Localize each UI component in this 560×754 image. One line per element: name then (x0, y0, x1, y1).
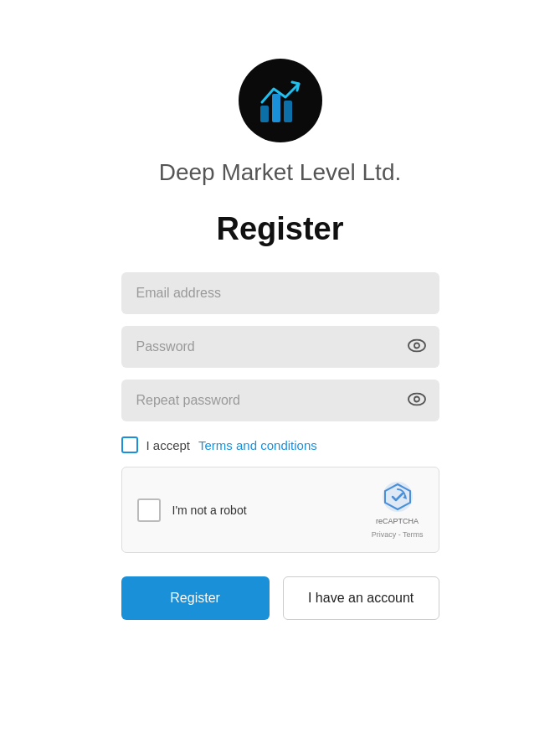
terms-link[interactable]: Terms and conditions (198, 438, 317, 452)
svg-rect-0 (260, 106, 269, 122)
company-logo (239, 59, 322, 142)
have-account-button[interactable]: I have an account (283, 576, 439, 620)
repeat-password-field-wrapper (121, 380, 439, 421)
recaptcha-widget[interactable]: I'm not a robot reCAPTCHA Privacy - Term… (121, 467, 439, 553)
recaptcha-label: I'm not a robot (172, 504, 247, 517)
svg-point-6 (414, 397, 419, 402)
recaptcha-links-label: Privacy - Terms (372, 530, 424, 539)
recaptcha-checkbox[interactable] (137, 498, 161, 522)
password-input[interactable] (121, 326, 439, 368)
page-container: Deep Market Level Ltd. Register (0, 0, 560, 754)
password-toggle-icon[interactable] (408, 338, 426, 357)
svg-point-3 (408, 340, 425, 352)
recaptcha-branding: reCAPTCHA Privacy - Terms (372, 481, 424, 539)
buttons-row: Register I have an account (121, 576, 439, 620)
company-name: Deep Market Level Ltd. (159, 158, 402, 188)
password-field-wrapper (121, 326, 439, 368)
terms-prefix-label: I accept (146, 438, 191, 452)
repeat-password-input[interactable] (121, 380, 439, 421)
svg-rect-2 (284, 101, 292, 122)
recaptcha-brand-label: reCAPTCHA (376, 516, 419, 527)
recaptcha-left: I'm not a robot (137, 498, 247, 522)
svg-point-5 (408, 394, 425, 405)
email-input[interactable] (121, 272, 439, 314)
register-form: I accept Terms and conditions I'm not a … (121, 272, 439, 620)
repeat-password-toggle-icon[interactable] (408, 391, 426, 411)
svg-point-4 (414, 343, 419, 349)
terms-row: I accept Terms and conditions (121, 436, 439, 453)
terms-checkbox[interactable] (121, 436, 138, 453)
svg-rect-1 (272, 94, 280, 122)
page-title: Register (216, 211, 343, 247)
register-button[interactable]: Register (121, 576, 270, 620)
email-field-wrapper (121, 272, 439, 314)
svg-point-7 (383, 482, 413, 512)
recaptcha-logo-icon (382, 481, 414, 513)
